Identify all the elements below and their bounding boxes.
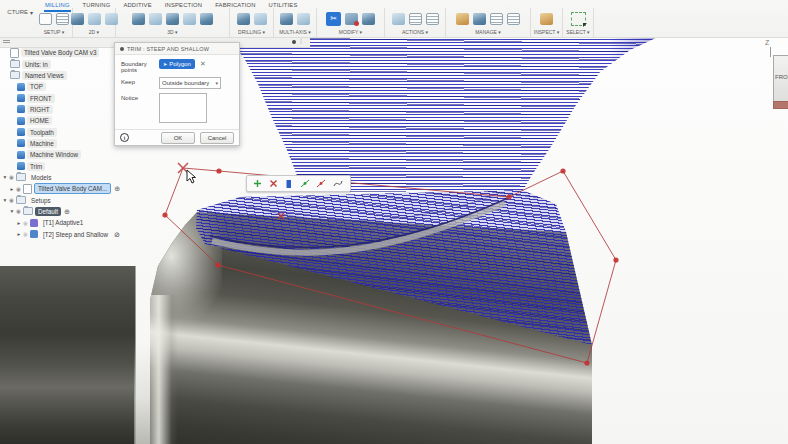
notice-textarea[interactable] xyxy=(159,93,207,123)
toolpath-preview-upper[interactable] xyxy=(195,36,665,194)
group-label-modify[interactable]: MODIFY ▾ xyxy=(339,29,362,37)
setup-sheet-doc-icon[interactable] xyxy=(426,13,439,25)
steep-shallow-icon[interactable] xyxy=(200,13,213,25)
visibility-eye-icon[interactable]: ◉ xyxy=(15,208,22,214)
tree-row-label[interactable]: Trim xyxy=(27,162,45,171)
workspace-selector[interactable]: CTURE▾ xyxy=(0,5,35,19)
group-label-actions[interactable]: ACTIONS ▾ xyxy=(402,29,428,37)
tree-row-units-in[interactable]: Units: in xyxy=(0,58,124,69)
viewcube-face[interactable]: FRONT xyxy=(773,55,788,103)
viewcube-bottom-face[interactable] xyxy=(773,101,788,109)
pocket3d-icon[interactable] xyxy=(149,13,162,25)
swarf-icon[interactable] xyxy=(280,13,293,25)
gcode-doc-icon[interactable] xyxy=(490,13,503,25)
tree-row-front[interactable]: FRONT xyxy=(0,92,124,103)
box-icon[interactable] xyxy=(284,179,293,189)
group-label-2d[interactable]: 2D ▾ xyxy=(89,29,99,37)
tree-row-home[interactable]: HOME xyxy=(0,115,124,126)
visibility-eye-icon[interactable]: ◉ xyxy=(22,231,29,237)
tree-row-t1-adaptive1[interactable]: ▸◉[T1] Adaptive1 xyxy=(0,217,124,228)
tree-row-trim[interactable]: Trim xyxy=(0,160,124,171)
insert-segment-icon[interactable] xyxy=(300,179,310,188)
drill-icon[interactable] xyxy=(237,13,250,25)
tree-row-right[interactable]: RIGHT xyxy=(0,104,124,115)
tree-row-tilted-valve-body-cam-v3[interactable]: Tilted Valve Body CAM v3 xyxy=(0,47,124,58)
machine-icon[interactable] xyxy=(473,13,486,25)
post-process-icon[interactable] xyxy=(409,13,422,25)
group-label-manage[interactable]: MANAGE ▾ xyxy=(475,29,501,37)
tree-row-machine-window[interactable]: Machine Window xyxy=(0,149,124,160)
template-doc-icon[interactable] xyxy=(507,13,520,25)
tree-row-label[interactable]: Machine Window xyxy=(27,150,81,159)
keep-dropdown[interactable]: Outside boundary ▾ xyxy=(159,77,221,89)
tree-row-machine[interactable]: Machine xyxy=(0,138,124,149)
tree-row-named-views[interactable]: Named Views xyxy=(0,70,124,81)
group-label-inspect[interactable]: INSPECT ▾ xyxy=(534,29,559,37)
visibility-eye-icon[interactable]: ◉ xyxy=(22,220,29,226)
pocket2d-icon[interactable] xyxy=(88,13,101,25)
tree-row-label[interactable]: TOP xyxy=(27,82,46,91)
add-point-icon[interactable] xyxy=(253,179,262,188)
add-operation-icon[interactable]: ⊕ xyxy=(114,185,120,192)
tree-row-label[interactable]: RIGHT xyxy=(27,105,53,114)
tree-row-label[interactable]: [T1] Adaptive1 xyxy=(40,218,86,227)
tree-row-label[interactable]: Models xyxy=(28,173,54,182)
simulate-icon[interactable] xyxy=(392,13,405,25)
tree-row-label[interactable]: Machine xyxy=(27,139,57,148)
adaptive-icon[interactable] xyxy=(132,13,145,25)
boundary-edit-toolbar[interactable] xyxy=(246,175,351,192)
visibility-eye-icon[interactable]: ◉ xyxy=(15,186,22,192)
contour-icon[interactable] xyxy=(183,13,196,25)
tree-row-t2-steep-and-shallow[interactable]: ▸◉[T2] Steep and Shallow⊘ xyxy=(0,229,124,240)
tree-row-toolpath[interactable]: Toolpath xyxy=(0,126,124,137)
tree-row-label[interactable]: Units: in xyxy=(22,60,51,69)
tree-row-label[interactable]: Toolpath xyxy=(27,128,57,137)
kebab-menu-icon[interactable]: ⋮ xyxy=(298,37,304,44)
delete-passes-icon[interactable] xyxy=(345,13,358,25)
setup-sheet-icon[interactable] xyxy=(56,13,69,25)
record-dot-icon[interactable] xyxy=(292,40,296,44)
tree-row-label[interactable]: FRONT xyxy=(27,94,55,103)
group-label-select[interactable]: SELECT ▾ xyxy=(566,29,589,37)
group-label-setup[interactable]: SETUP ▾ xyxy=(44,29,64,37)
multiaxis-contour-icon[interactable] xyxy=(297,13,310,25)
browser-menu-icon[interactable] xyxy=(3,40,10,44)
delete-icon[interactable] xyxy=(269,179,278,188)
tree-row-label[interactable]: [T2] Steep and Shallow xyxy=(40,230,111,239)
dialog-titlebar[interactable]: TRIM : STEEP AND SHALLOW xyxy=(115,43,239,55)
visibility-eye-icon[interactable]: ◉ xyxy=(8,197,15,203)
group-label-3d[interactable]: 3D ▾ xyxy=(167,29,177,37)
tree-row-label[interactable]: Named Views xyxy=(22,71,67,80)
info-icon[interactable]: i xyxy=(120,133,129,142)
trim-icon[interactable]: ✂ xyxy=(326,12,341,26)
tree-row-label[interactable]: Tilted Valve Body CAM... xyxy=(34,183,111,194)
tool-library-icon[interactable] xyxy=(456,13,469,25)
visibility-eye-icon[interactable]: ◉ xyxy=(8,174,15,180)
polygon-select-button[interactable]: ➤ Polygon xyxy=(159,59,195,69)
tree-row-tilted-valve-body-cam[interactable]: ▸◉Tilted Valve Body CAM...⊕ xyxy=(0,183,124,194)
bore-icon[interactable] xyxy=(254,13,267,25)
folder-icon[interactable] xyxy=(39,13,52,25)
model-cylinder-left[interactable] xyxy=(0,266,136,444)
cancel-button[interactable]: Cancel xyxy=(200,132,234,144)
measure-icon[interactable] xyxy=(540,13,553,25)
tree-row-label[interactable]: Setups xyxy=(28,196,54,205)
tree-row-models[interactable]: ▾◉Models xyxy=(0,172,124,183)
group-label-drilling[interactable]: DRILLING ▾ xyxy=(238,29,265,37)
tree-row-label[interactable]: HOME xyxy=(27,116,52,125)
tree-row-setups[interactable]: ▾◉Setups xyxy=(0,194,124,205)
clear-selection-icon[interactable]: ✕ xyxy=(200,59,206,68)
ok-button[interactable]: OK xyxy=(161,132,195,144)
parallel-icon[interactable] xyxy=(166,13,179,25)
tree-row-top[interactable]: TOP xyxy=(0,81,124,92)
group-label-multi-axis[interactable]: MULTI-AXIS ▾ xyxy=(279,29,311,37)
freeform-icon[interactable] xyxy=(333,179,344,188)
tree-row-label[interactable]: Tilted Valve Body CAM v3 xyxy=(21,48,99,57)
face-icon[interactable] xyxy=(71,13,84,25)
tree-row-default[interactable]: ▾◉Default⊕ xyxy=(0,206,124,217)
tree-row-label[interactable]: Default xyxy=(35,207,61,216)
remove-segment-icon[interactable] xyxy=(316,179,326,188)
replace-icon[interactable] xyxy=(362,13,375,25)
add-operation-icon[interactable]: ⊕ xyxy=(64,208,70,215)
window-select-icon[interactable] xyxy=(571,12,586,26)
